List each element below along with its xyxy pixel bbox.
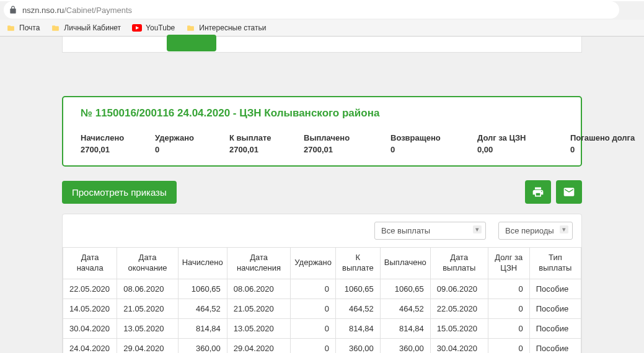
th-withheld: Удержано [291,248,336,279]
summary-value: 2700,01 [229,145,298,154]
table-cell: 0 [291,299,336,318]
table-cell: 360,00 [380,338,430,353]
summary-value: 0 [155,145,223,154]
bookmark-mail[interactable]: Почта [6,24,40,32]
table-cell: 21.05.2020 [227,299,291,318]
filter-periods-dropdown[interactable]: Все периоды [498,222,573,240]
table-cell: 464,52 [178,299,227,318]
folder-icon [6,24,15,32]
print-icon [532,186,544,198]
table-cell: 29.04.2020 [117,338,178,353]
bookmark-label: Почта [19,24,40,32]
bookmarks-bar: Почта Личный Кабинет YouTube Интересные … [0,20,644,36]
page-content: № 1150016/200116 24.04.2020 - ЦЗН Колыва… [0,37,644,353]
table-cell: 29.04.2020 [227,338,291,353]
table-cell: 21.05.2020 [117,299,178,318]
table-cell: 1060,65 [335,279,380,299]
th-accrued: Начислено [178,248,227,279]
table-row: 14.05.202021.05.2020464,5221.05.20200464… [63,299,581,318]
summary-col-paid: Выплачено 2700,01 [304,133,384,154]
summary-value: 2700,01 [81,145,149,154]
browser-chrome: nszn.nso.ru/Cabinet/Payments Почта Личны… [0,1,644,37]
table-row: 22.05.202008.06.20201060,6508.06.2020010… [63,279,581,299]
view-orders-button[interactable]: Просмотреть приказы [62,181,177,204]
table-row: 30.04.202013.05.2020814,8413.05.20200814… [63,318,581,338]
summary-label: Погашено долга [570,133,644,142]
actions-row: Просмотреть приказы [62,180,582,204]
table-cell: 464,52 [380,299,430,318]
summary-title: № 1150016/200116 24.04.2020 - ЦЗН Колыва… [81,107,563,120]
th-accrual-date: Дата начисления [227,248,291,279]
table-cell: 22.05.2020 [430,299,488,318]
url-text: nszn.nso.ru/Cabinet/Payments [22,6,132,15]
table-header-row: Дата начала Дата окончание Начислено Дат… [63,248,581,279]
bookmark-label: YouTube [146,24,175,32]
print-button[interactable] [525,180,551,204]
table-cell: 1060,65 [178,279,227,299]
email-button[interactable] [556,180,582,204]
th-end-date: Дата окончание [117,248,178,279]
table-cell: 1060,65 [380,279,430,299]
table-cell: 13.05.2020 [227,318,291,338]
table-cell: 464,52 [335,299,380,318]
table-cell: Пособие [529,318,581,338]
table-cell: 360,00 [178,338,227,353]
th-paid: Выплачено [380,248,430,279]
filter-payments-dropdown[interactable]: Все выплаты [374,222,486,240]
table-cell: 14.05.2020 [63,299,117,318]
summary-value: 0 [570,145,644,154]
summary-col-withheld: Удержано 0 [155,133,223,154]
th-debt: Долг за ЦЗН [488,248,529,279]
table-cell: 22.05.2020 [63,279,117,299]
bookmark-youtube[interactable]: YouTube [132,24,175,32]
lock-icon [9,6,17,14]
mail-icon [563,186,575,198]
table-cell: 08.06.2020 [117,279,178,299]
table-cell: 814,84 [380,318,430,338]
bookmark-articles[interactable]: Интересные статьи [186,24,266,32]
summary-value: 0,00 [477,145,564,154]
url-bar[interactable]: nszn.nso.ru/Cabinet/Payments [4,1,619,19]
table-cell: Пособие [529,338,581,353]
table-cell: 15.05.2020 [430,318,488,338]
summary-col-accrued: Начислено 2700,01 [81,133,149,154]
youtube-icon [132,24,142,32]
summary-col-returned: Возвращено 0 [390,133,471,154]
green-button-fragment[interactable] [167,35,216,51]
payments-table: Дата начала Дата окончание Начислено Дат… [63,247,581,353]
table-cell: 814,84 [335,318,380,338]
table-cell: 0 [488,338,529,353]
summary-col-repaid: Погашено долга 0 [570,133,644,154]
bookmark-label: Интересные статьи [199,24,266,32]
th-pay-date: Дата выплаты [430,248,488,279]
table-cell: 13.05.2020 [117,318,178,338]
table-cell: Пособие [529,279,581,299]
table-cell: 0 [291,338,336,353]
table-cell: 30.04.2020 [430,338,488,353]
summary-label: Удержано [155,133,223,142]
table-cell: 30.04.2020 [63,318,117,338]
table-cell: 0 [488,299,529,318]
table-cell: 0 [291,318,336,338]
th-start-date: Дата начала [63,248,117,279]
table-cell: Пособие [529,299,581,318]
table-cell: 360,00 [335,338,380,353]
folder-icon [186,24,195,32]
bookmark-cabinet[interactable]: Личный Кабинет [51,24,121,32]
table-cell: 24.04.2020 [63,338,117,353]
summary-value: 2700,01 [304,145,384,154]
summary-label: Выплачено [304,133,384,142]
table-cell: 0 [488,318,529,338]
top-panel-fragment [62,37,582,53]
table-cell: 0 [291,279,336,299]
th-to-pay: К выплате [335,248,380,279]
summary-col-to-pay: К выплате 2700,01 [229,133,298,154]
summary-label: Начислено [81,133,149,142]
summary-value: 0 [390,145,471,154]
payments-table-card: Все выплаты Все периоды Дата начала Дата… [62,214,582,353]
summary-card: № 1150016/200116 24.04.2020 - ЦЗН Колыва… [62,96,582,167]
table-row: 24.04.202029.04.2020360,0029.04.20200360… [63,338,581,353]
summary-label: Долг за ЦЗН [477,133,564,142]
table-cell: 08.06.2020 [227,279,291,299]
summary-col-debt: Долг за ЦЗН 0,00 [477,133,564,154]
